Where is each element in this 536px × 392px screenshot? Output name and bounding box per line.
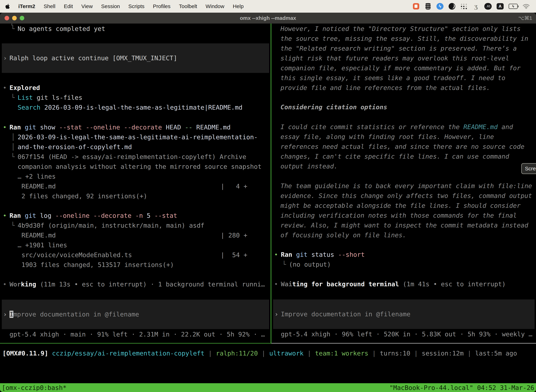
terminal-line: •Working (11m 13s • esc to interrupt) · … xyxy=(0,280,271,289)
input-source-icon[interactable]: A xyxy=(497,3,504,9)
menu-item-window[interactable]: Window xyxy=(206,3,224,9)
left-prompt-input[interactable]: Improve documentation in @filename xyxy=(10,309,139,319)
menu-item-profiles[interactable]: Profiles xyxy=(153,3,170,9)
right-prompt-box[interactable]: › Improve documentation in @filename xyxy=(273,299,535,329)
menu-bar-status-icons: ʒ ..61 A xyxy=(412,2,531,10)
prompt-arrow-icon: › xyxy=(274,309,278,319)
screenshot-chat-icon[interactable] xyxy=(412,2,420,10)
dragon-icon[interactable]: ʒ xyxy=(472,2,479,10)
terminal-line: provide file and line references from th… xyxy=(271,83,536,93)
menu-item-iterm2[interactable]: iTerm2 xyxy=(18,3,35,9)
menu-item-edit[interactable]: Edit xyxy=(64,3,73,9)
terminal-line: 1903 files changed, 513517 insertions(+) xyxy=(0,260,271,270)
terminal-line: 2 files changed, 92 insertions(+) xyxy=(0,191,271,201)
right-session-statusline: gpt-5.4 xhigh · 96% left · 520K in · 5.8… xyxy=(271,329,536,339)
terminal-line: The team guideline is to back every impo… xyxy=(271,181,536,191)
left-pane-top-lines: └No agents completed yet xyxy=(0,24,271,34)
menu-items: iTerm2ShellEditViewSessionScriptsProfile… xyxy=(18,3,244,9)
terminal-line: Search 2026-03-09-is-legal-the-same-as-l… xyxy=(0,103,271,112)
omx-status-bar: [OMX#0.11.9] cczip/essay/ai-reimplementa… xyxy=(0,344,536,383)
inject-banner: › Ralph loop active continue [OMX_TMUX_I… xyxy=(2,43,269,73)
left-session-statusline: gpt-5.4 xhigh · main · 91% left · 2.31M … xyxy=(0,330,271,339)
menu-item-toolbelt[interactable]: Toolbelt xyxy=(179,3,197,9)
screen-overlay-snippet[interactable]: Scre xyxy=(521,163,536,174)
terminal-line: [OMX#0.11.9] cczip/essay/ai-reimplementa… xyxy=(0,348,536,358)
wifi-icon[interactable] xyxy=(523,2,530,10)
shield-grid-icon[interactable] xyxy=(425,2,431,10)
terminal-line: •Waiting for background terminal (1m 41s… xyxy=(271,279,536,289)
terminal-line: └No agents completed yet xyxy=(0,24,271,34)
battery-icon[interactable] xyxy=(509,2,518,10)
terminal-line: Considering citation options xyxy=(271,102,536,112)
terminal-line: slight risk that future readers may over… xyxy=(271,53,536,63)
terminal-line: the "Related research writing" section i… xyxy=(271,44,536,53)
terminal-line: references need actual files, and since … xyxy=(271,142,536,152)
terminal-line: … +1901 lines xyxy=(0,240,271,250)
window-title-bar[interactable]: omx --xhigh --madmax ⌥⌘1 xyxy=(0,13,536,23)
terminal-line: the source tree, missing the essay. Stil… xyxy=(271,34,536,44)
terminal-line: •Explored xyxy=(0,83,271,93)
right-pane-scrollback: However, I noticed the "Directory Struct… xyxy=(271,24,536,289)
left-prompt-box[interactable]: › Improve documentation in @filename xyxy=(2,300,269,329)
terminal-line: src/voice/voiceModeEnabled.ts| 54 + xyxy=(0,250,271,260)
menu-item-scripts[interactable]: Scripts xyxy=(128,3,144,9)
terminal-line: this single essay, it seems like a good … xyxy=(271,73,536,83)
window-title: omx --xhigh --madmax xyxy=(0,15,536,21)
text-cursor: I xyxy=(10,311,13,318)
apple-menu-icon[interactable] xyxy=(5,3,10,9)
left-pane-scrollback: •Explored└List git ls-filesSearch 2026-0… xyxy=(0,83,271,289)
terminal-line: changes, I can't cite specific file line… xyxy=(271,152,536,161)
terminal-line: └4b9d30f (origin/main, instructkr/main, … xyxy=(0,221,271,230)
terminal-line: essay file, along with finding root file… xyxy=(271,132,536,142)
crescent-circle-icon[interactable] xyxy=(448,2,455,10)
right-prompt-input[interactable]: Improve documentation in @filename xyxy=(281,309,411,319)
terminal-line: output instead. xyxy=(271,161,536,171)
terminal-line: └067f154 (HEAD -> essay/ai-reimplementat… xyxy=(0,152,271,162)
terminal-line: README.md| 4 + xyxy=(0,182,271,191)
menu-item-shell[interactable]: Shell xyxy=(44,3,55,9)
terminal-line: •Ran git show --stat --oneline --decorat… xyxy=(0,122,271,132)
prompt-placeholder: Improve documentation in @filename xyxy=(281,311,411,318)
terminal-line: •Ran git log --oneline --decorate -n 5 -… xyxy=(0,211,271,221)
terminal-line: of focusing solely on file lines. xyxy=(271,230,536,240)
terminal-line: companion file, especially if more comme… xyxy=(271,63,536,73)
right-pane[interactable]: However, I noticed the "Directory Struct… xyxy=(271,23,536,344)
terminal-line: •Ran git status --short xyxy=(271,250,536,260)
terminal-line: companion analysis without altering the … xyxy=(0,162,271,172)
terminal-line: However, I noticed the "Directory Struct… xyxy=(271,24,536,34)
inject-banner-text: Ralph loop active continue [OMX_TMUX_INJ… xyxy=(10,53,177,63)
terminal-line: │2026-03-09-is-legal-the-same-as-legitim… xyxy=(0,132,271,142)
tmux-session-label: [omx-cczip0:bash* xyxy=(2,384,67,391)
prompt-arrow-icon: › xyxy=(3,309,7,319)
menu-item-session[interactable]: Session xyxy=(101,3,120,9)
terminal-line: └List git ls-files xyxy=(0,93,271,103)
prompt-placeholder: mprove documentation in @filename xyxy=(13,311,139,318)
terminal-line: including verification notes with those … xyxy=(271,210,536,220)
terminal-line: … +2 lines xyxy=(0,172,271,182)
tmux-host-clock-label: "MacBook-Pro-44.local" 04:52 31-Mar-26 xyxy=(389,384,534,391)
terminal-line: └(no output) xyxy=(271,260,536,269)
terminal-line: I could cite commit statistics or refere… xyxy=(271,122,536,132)
dots-grid-icon[interactable] xyxy=(460,3,467,9)
battery-percent-badge-icon[interactable]: ..61 xyxy=(484,3,492,10)
terminal-line: evidence. Since this change only affects… xyxy=(271,191,536,201)
lightning-circle-icon[interactable] xyxy=(436,3,444,10)
terminal-line: README.md| 280 + xyxy=(0,230,271,240)
prompt-arrow-icon: › xyxy=(3,53,7,63)
left-pane[interactable]: └No agents completed yet › Ralph loop ac… xyxy=(0,23,271,344)
window-shortcut-badge: ⌥⌘1 xyxy=(518,15,532,21)
screen-overlay-label: Scre xyxy=(525,166,536,172)
menu-item-help[interactable]: Help xyxy=(233,3,244,9)
terminal-line: review. Also, I might want to inspect th… xyxy=(271,220,536,230)
terminal-line: │and-the-erosion-of-copyleft.md xyxy=(0,142,271,152)
iterm2-window: omx --xhigh --madmax ⌥⌘1 └No agents comp… xyxy=(0,13,536,392)
menu-item-view[interactable]: View xyxy=(81,3,93,9)
tmux-status-bar: [omx-cczip0:bash* "MacBook-Pro-44.local"… xyxy=(0,383,536,392)
menu-bar: iTerm2ShellEditViewSessionScriptsProfile… xyxy=(0,0,536,13)
terminal-line: might be acceptable alongside the file l… xyxy=(271,201,536,210)
